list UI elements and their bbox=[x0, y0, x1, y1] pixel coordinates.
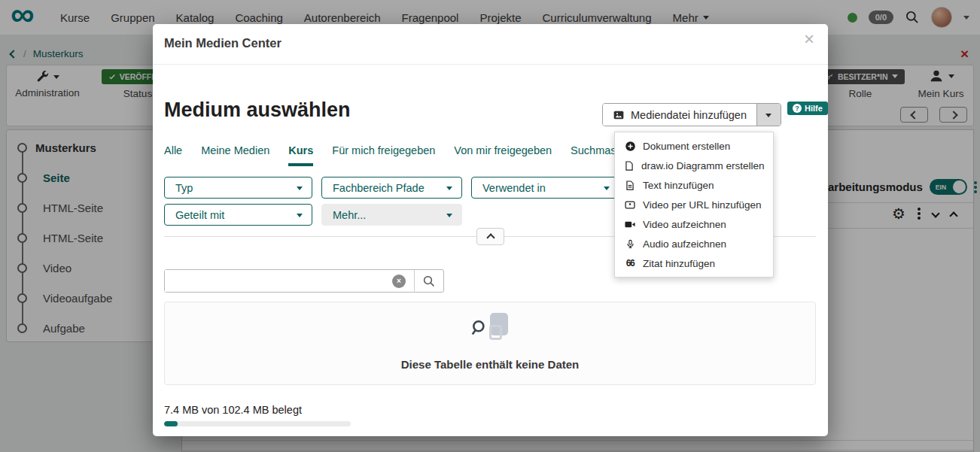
video-url-icon bbox=[624, 199, 636, 211]
question-icon: ? bbox=[793, 104, 802, 113]
add-media-dropdown-menu: Dokument erstellen draw.io Diagramm erst… bbox=[614, 132, 774, 278]
collapse-filters-button[interactable] bbox=[476, 228, 504, 245]
search-bar: × bbox=[164, 269, 444, 293]
filter-typ[interactable]: Typ bbox=[164, 177, 312, 199]
add-media-dropdown-toggle[interactable] bbox=[756, 104, 781, 126]
plus-circle-icon bbox=[624, 141, 636, 152]
close-icon[interactable]: × bbox=[804, 30, 814, 48]
menu-item-drawio-diagramm[interactable]: draw.io Diagramm erstellen bbox=[615, 156, 773, 175]
file-lines-icon bbox=[624, 180, 636, 191]
filter-row-1: Typ Fachbereich Pfade Verwendet in bbox=[164, 177, 619, 199]
tab-meine-medien[interactable]: Meine Medien bbox=[201, 144, 269, 161]
microphone-icon bbox=[624, 238, 636, 250]
empty-table-panel: Diese Tabelle enthält keine Daten bbox=[164, 302, 816, 385]
storage-usage-label: 7.4 MB von 102.4 MB belegt bbox=[164, 404, 302, 416]
storage-progress-fill bbox=[164, 421, 178, 426]
help-button[interactable]: ? Hilfe bbox=[787, 102, 828, 115]
clear-search-icon[interactable]: × bbox=[392, 275, 406, 288]
search-icon[interactable] bbox=[422, 275, 436, 288]
chevron-down-icon bbox=[765, 114, 772, 120]
search-divider bbox=[414, 270, 415, 293]
menu-item-dokument-erstellen[interactable]: Dokument erstellen bbox=[615, 136, 773, 156]
search-input[interactable] bbox=[165, 270, 392, 292]
add-media-button[interactable]: Mediendatei hinzufügen bbox=[603, 104, 756, 126]
chevron-down-icon bbox=[604, 187, 610, 193]
chevron-down-icon bbox=[446, 187, 452, 193]
filter-fachbereich-pfade[interactable]: Fachbereich Pfade bbox=[321, 177, 462, 199]
page-title: Medium auswählen bbox=[164, 99, 351, 122]
video-camera-icon bbox=[624, 219, 636, 230]
menu-item-video-per-url[interactable]: Video per URL hinzufügen bbox=[615, 195, 773, 214]
image-icon bbox=[613, 109, 625, 121]
chevron-down-icon bbox=[446, 214, 452, 220]
add-media-split-button: Mediendatei hinzufügen bbox=[602, 103, 781, 126]
file-icon bbox=[624, 160, 635, 171]
menu-item-audio-aufzeichnen[interactable]: Audio aufzeichnen bbox=[615, 234, 773, 253]
menu-item-video-aufzeichnen[interactable]: Video aufzeichnen bbox=[615, 214, 773, 234]
filter-mehr[interactable]: Mehr... bbox=[321, 204, 462, 226]
media-tabs: Alle Meine Medien Kurs Für mich freigege… bbox=[164, 144, 628, 161]
chevron-up-icon bbox=[486, 233, 495, 241]
tab-von-mir-freigegeben[interactable]: Von mir freigegeben bbox=[454, 144, 552, 161]
storage-progress-bar bbox=[164, 421, 351, 426]
filter-verwendet-in[interactable]: Verwendet in bbox=[471, 177, 619, 199]
tab-alle[interactable]: Alle bbox=[164, 144, 182, 161]
menu-item-text-hinzufuegen[interactable]: Text hinzufügen bbox=[615, 175, 773, 195]
tab-fuer-mich-freigegeben[interactable]: Für mich freigegeben bbox=[332, 144, 435, 161]
empty-table-icon bbox=[469, 313, 511, 349]
chevron-down-icon bbox=[297, 214, 303, 220]
tab-kurs[interactable]: Kurs bbox=[288, 144, 313, 161]
empty-table-message: Diese Tabelle enthält keine Daten bbox=[165, 358, 815, 371]
media-center-modal: Mein Medien Center × Medium auswählen Me… bbox=[153, 24, 828, 436]
screen: ∞ Kurse Gruppen Katalog Coaching Autoren… bbox=[0, 0, 980, 452]
menu-item-zitat-hinzufuegen[interactable]: 66 Zitat hinzufügen bbox=[615, 253, 773, 273]
modal-header: Mein Medien Center × bbox=[153, 24, 828, 65]
help-label: Hilfe bbox=[805, 104, 823, 113]
quote-icon: 66 bbox=[624, 258, 636, 268]
chevron-down-icon bbox=[297, 187, 303, 193]
add-media-button-label: Mediendatei hinzufügen bbox=[631, 109, 747, 121]
modal-title: Mein Medien Center bbox=[164, 36, 282, 50]
filter-row-2: Geteilt mit Mehr... bbox=[164, 204, 462, 226]
filter-geteilt-mit[interactable]: Geteilt mit bbox=[164, 204, 312, 226]
